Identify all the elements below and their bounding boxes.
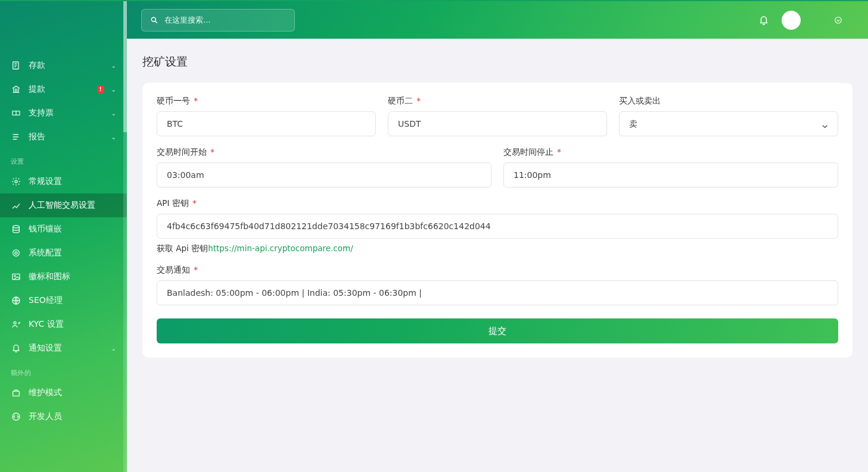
time-stop-input[interactable] [503,162,838,187]
api-key-input[interactable] [157,214,838,239]
time-start-label: 交易时间开始 * [157,147,491,158]
trade-notice-input[interactable] [157,280,838,305]
sidebar-item-notification-settings[interactable]: 通知设置 ⌄ [0,336,127,360]
sidebar-item-label: 报告 [29,132,104,142]
withdraw-icon [11,84,21,95]
chevron-down-icon: ⌄ [111,86,116,93]
svg-rect-10 [13,391,20,396]
svg-point-2 [15,180,17,183]
required-indicator: * [191,265,198,274]
sidebar-item-system-config[interactable]: 系统配置 [0,241,127,265]
buy-sell-label: 买入或卖出 [619,96,838,107]
sidebar-section-title-extra: 额外的 [0,360,127,381]
chevron-down-icon: ⌄ [111,110,116,117]
api-key-help-link[interactable]: https://min-api.cryptocompare.com/ [208,243,353,253]
label-text: 交易时间开始 [157,147,207,157]
svg-point-5 [15,252,17,254]
sidebar-item-label: 提款 [29,84,90,95]
kyc-icon [11,319,21,330]
sidebar-item-withdraw[interactable]: 提款 ! ⌄ [0,77,127,101]
sidebar-item-label: 系统配置 [29,248,116,258]
notifications-icon[interactable] [758,15,769,26]
coin-one-input[interactable] [157,111,376,136]
avatar[interactable] [782,11,801,30]
chevron-down-icon: ⌄ [111,345,116,352]
coin-one-label: 硬币一号 * [157,96,376,107]
svg-point-7 [14,276,15,277]
content-area: 挖矿设置 硬币一号 * 硬币二 * 买入或卖出 卖 [127,39,868,472]
sidebar-item-seo-manager[interactable]: SEO经理 [0,289,127,312]
ai-icon [11,200,21,211]
sidebar-scrollbar[interactable] [123,1,127,472]
time-start-input[interactable] [157,162,491,187]
config-icon [11,248,21,258]
sidebar-item-label: 通知设置 [29,343,104,354]
globe-icon [11,295,21,306]
sidebar-item-label: 存款 [29,60,104,71]
search-input[interactable] [164,15,286,24]
sidebar-item-logo-icon[interactable]: 徽标和图标 [0,265,127,289]
label-text: 硬币一号 [157,96,190,105]
trade-notice-label: 交易通知 * [157,265,838,276]
sidebar-item-report[interactable]: 报告 ⌄ [0,125,127,149]
sidebar-item-label: SEO经理 [29,295,116,306]
page-title: 挖矿设置 [142,54,853,70]
chevron-down-icon: ⌄ [111,62,116,69]
coin-two-input[interactable] [388,111,607,136]
user-menu-toggle[interactable] [834,15,845,26]
buy-sell-select[interactable]: 卖 [619,111,838,136]
svg-point-4 [13,250,20,257]
sidebar: 存款 ⌄ 提款 ! ⌄ 支持票 ⌄ 报告 ⌄ 设置 [0,1,127,472]
chevron-down-icon: ⌄ [111,134,116,140]
settings-card: 硬币一号 * 硬币二 * 买入或卖出 卖 ⌄ [142,83,853,358]
required-indicator: * [555,147,561,157]
svg-point-12 [151,17,155,21]
report-icon [11,132,21,142]
maintenance-icon [11,387,21,398]
sidebar-item-label: 开发人员 [29,411,116,422]
svg-point-9 [14,321,16,324]
sidebar-item-coin-mount[interactable]: 钱币镶嵌 [0,217,127,241]
developer-icon [11,411,21,422]
sidebar-item-developer[interactable]: 开发人员 [0,405,127,429]
top-header [127,1,868,39]
sidebar-item-label: 人工智能交易设置 [29,200,116,211]
scrollbar-thumb[interactable] [123,1,127,132]
image-icon [11,271,21,282]
search-box[interactable] [141,9,295,32]
submit-button[interactable]: 提交 [157,318,838,343]
ticket-icon [11,108,21,118]
label-text: 交易时间停止 [503,147,553,157]
api-key-label: API 密钥 * [157,198,838,209]
sidebar-item-label: 钱币镶嵌 [29,224,116,235]
sidebar-item-general-settings[interactable]: 常规设置 [0,170,127,193]
sidebar-item-ai-trading-settings[interactable]: 人工智能交易设置 [0,193,127,217]
sidebar-item-deposit[interactable]: 存款 ⌄ [0,54,127,77]
svg-point-13 [835,17,842,23]
sidebar-item-label: 徽标和图标 [29,271,116,282]
deposit-icon [11,60,21,71]
sidebar-item-support-ticket[interactable]: 支持票 ⌄ [0,101,127,125]
api-key-help: 获取 Api 密钥https://min-api.cryptocompare.c… [157,243,838,254]
required-indicator: * [208,147,214,157]
sidebar-section-title-settings: 设置 [0,149,127,170]
sidebar-item-kyc-settings[interactable]: KYC 设置 [0,312,127,336]
svg-rect-6 [13,274,20,279]
sidebar-item-label: 支持票 [29,108,104,118]
svg-point-3 [13,226,20,228]
sidebar-item-label: 常规设置 [29,176,116,187]
search-icon [150,16,158,24]
required-indicator: * [190,198,197,208]
label-text: API 密钥 [157,198,189,208]
alert-badge: ! [97,86,104,93]
sidebar-item-maintenance-mode[interactable]: 维护模式 [0,381,127,405]
bell-icon [11,343,21,354]
sidebar-item-label: KYC 设置 [29,319,116,330]
required-indicator: * [414,96,421,105]
help-text-prefix: 获取 Api 密钥 [157,243,208,253]
coin-icon [11,224,21,235]
sidebar-menu: 存款 ⌄ 提款 ! ⌄ 支持票 ⌄ 报告 ⌄ 设置 [0,54,127,472]
label-text: 交易通知 [157,265,190,274]
required-indicator: * [191,96,198,105]
sidebar-item-label: 维护模式 [29,387,116,398]
